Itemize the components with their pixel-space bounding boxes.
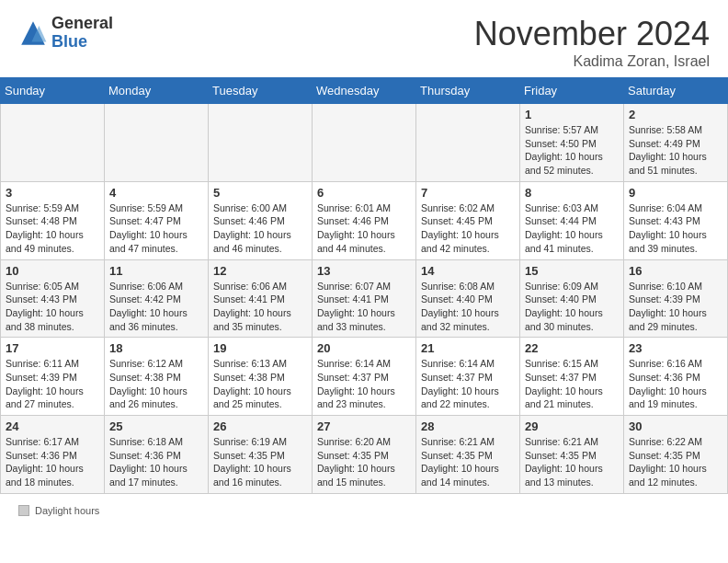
col-sunday: Sunday xyxy=(1,78,105,104)
logo-icon xyxy=(18,18,48,48)
day-number: 23 xyxy=(629,341,722,355)
calendar-cell xyxy=(1,104,105,182)
calendar-cell: 17Sunrise: 6:11 AM Sunset: 4:39 PM Dayli… xyxy=(1,338,105,416)
calendar-cell: 3Sunrise: 5:59 AM Sunset: 4:48 PM Daylig… xyxy=(1,181,105,259)
calendar-cell: 16Sunrise: 6:10 AM Sunset: 4:39 PM Dayli… xyxy=(624,259,728,338)
day-number: 11 xyxy=(109,264,203,278)
col-thursday: Thursday xyxy=(416,78,520,104)
calendar-cell: 21Sunrise: 6:14 AM Sunset: 4:37 PM Dayli… xyxy=(416,338,520,416)
calendar-cell: 7Sunrise: 6:02 AM Sunset: 4:45 PM Daylig… xyxy=(416,181,520,259)
day-number: 30 xyxy=(629,419,722,433)
day-number: 22 xyxy=(525,341,619,355)
day-number: 6 xyxy=(317,186,411,200)
calendar-cell xyxy=(105,104,209,182)
day-number: 27 xyxy=(317,419,411,433)
calendar-cell: 30Sunrise: 6:22 AM Sunset: 4:35 PM Dayli… xyxy=(624,416,728,494)
calendar-cell: 5Sunrise: 6:00 AM Sunset: 4:46 PM Daylig… xyxy=(209,181,313,259)
calendar-cell: 28Sunrise: 6:21 AM Sunset: 4:35 PM Dayli… xyxy=(416,416,520,494)
col-saturday: Saturday xyxy=(624,78,728,104)
logo-blue: Blue xyxy=(51,33,113,52)
title-block: November 2024 Kadima Zoran, Israel xyxy=(474,15,710,70)
day-number: 18 xyxy=(109,341,203,355)
day-info: Sunrise: 6:04 AM Sunset: 4:43 PM Dayligh… xyxy=(629,201,722,256)
calendar-cell: 15Sunrise: 6:09 AM Sunset: 4:40 PM Dayli… xyxy=(520,259,624,338)
day-number: 7 xyxy=(421,186,515,200)
calendar-body: 1Sunrise: 5:57 AM Sunset: 4:50 PM Daylig… xyxy=(1,104,728,494)
day-info: Sunrise: 6:08 AM Sunset: 4:40 PM Dayligh… xyxy=(421,280,515,334)
footer: Daylight hours xyxy=(0,501,728,520)
calendar-cell: 26Sunrise: 6:19 AM Sunset: 4:35 PM Dayli… xyxy=(209,416,313,494)
day-number: 13 xyxy=(317,264,411,278)
day-number: 12 xyxy=(213,264,307,278)
daylight-label: Daylight hours xyxy=(35,505,99,516)
day-info: Sunrise: 5:59 AM Sunset: 4:47 PM Dayligh… xyxy=(109,201,203,256)
day-number: 20 xyxy=(317,341,411,355)
daylight-indicator xyxy=(18,505,29,516)
calendar-cell: 19Sunrise: 6:13 AM Sunset: 4:38 PM Dayli… xyxy=(209,338,313,416)
calendar-cell: 11Sunrise: 6:06 AM Sunset: 4:42 PM Dayli… xyxy=(105,259,209,338)
day-number: 29 xyxy=(525,419,619,433)
day-number: 10 xyxy=(6,264,99,278)
col-monday: Monday xyxy=(105,78,209,104)
logo-general: General xyxy=(51,15,113,33)
col-wednesday: Wednesday xyxy=(313,78,416,104)
calendar-cell: 25Sunrise: 6:18 AM Sunset: 4:36 PM Dayli… xyxy=(105,416,209,494)
calendar-cell xyxy=(416,104,520,182)
day-number: 5 xyxy=(213,186,307,200)
header-row: Sunday Monday Tuesday Wednesday Thursday… xyxy=(1,78,728,104)
day-number: 9 xyxy=(629,186,722,200)
calendar-week-1: 1Sunrise: 5:57 AM Sunset: 4:50 PM Daylig… xyxy=(1,104,728,182)
logo-text: General Blue xyxy=(51,15,113,52)
day-info: Sunrise: 6:06 AM Sunset: 4:41 PM Dayligh… xyxy=(213,280,307,334)
calendar-cell: 24Sunrise: 6:17 AM Sunset: 4:36 PM Dayli… xyxy=(1,416,105,494)
day-number: 15 xyxy=(525,264,619,278)
day-number: 19 xyxy=(213,341,307,355)
day-info: Sunrise: 6:01 AM Sunset: 4:46 PM Dayligh… xyxy=(317,201,411,256)
day-number: 21 xyxy=(421,341,515,355)
calendar-cell: 2Sunrise: 5:58 AM Sunset: 4:49 PM Daylig… xyxy=(624,104,728,182)
calendar-cell xyxy=(313,104,416,182)
calendar-cell: 9Sunrise: 6:04 AM Sunset: 4:43 PM Daylig… xyxy=(624,181,728,259)
calendar-cell: 22Sunrise: 6:15 AM Sunset: 4:37 PM Dayli… xyxy=(520,338,624,416)
day-info: Sunrise: 6:16 AM Sunset: 4:36 PM Dayligh… xyxy=(629,357,722,411)
day-info: Sunrise: 6:06 AM Sunset: 4:42 PM Dayligh… xyxy=(109,280,203,334)
day-info: Sunrise: 6:20 AM Sunset: 4:35 PM Dayligh… xyxy=(317,435,411,489)
day-info: Sunrise: 6:14 AM Sunset: 4:37 PM Dayligh… xyxy=(421,357,515,411)
day-info: Sunrise: 6:17 AM Sunset: 4:36 PM Dayligh… xyxy=(6,435,99,489)
calendar-cell: 1Sunrise: 5:57 AM Sunset: 4:50 PM Daylig… xyxy=(520,104,624,182)
day-number: 16 xyxy=(629,264,722,278)
calendar-cell: 4Sunrise: 5:59 AM Sunset: 4:47 PM Daylig… xyxy=(105,181,209,259)
calendar-cell: 18Sunrise: 6:12 AM Sunset: 4:38 PM Dayli… xyxy=(105,338,209,416)
calendar-cell: 20Sunrise: 6:14 AM Sunset: 4:37 PM Dayli… xyxy=(313,338,416,416)
calendar-cell: 10Sunrise: 6:05 AM Sunset: 4:43 PM Dayli… xyxy=(1,259,105,338)
day-info: Sunrise: 6:14 AM Sunset: 4:37 PM Dayligh… xyxy=(317,357,411,411)
calendar-cell: 6Sunrise: 6:01 AM Sunset: 4:46 PM Daylig… xyxy=(313,181,416,259)
day-info: Sunrise: 6:09 AM Sunset: 4:40 PM Dayligh… xyxy=(525,280,619,334)
calendar-cell: 29Sunrise: 6:21 AM Sunset: 4:35 PM Dayli… xyxy=(520,416,624,494)
day-info: Sunrise: 6:03 AM Sunset: 4:44 PM Dayligh… xyxy=(525,201,619,256)
calendar-week-5: 24Sunrise: 6:17 AM Sunset: 4:36 PM Dayli… xyxy=(1,416,728,494)
day-number: 3 xyxy=(6,186,99,200)
day-info: Sunrise: 6:22 AM Sunset: 4:35 PM Dayligh… xyxy=(629,435,722,489)
day-info: Sunrise: 6:19 AM Sunset: 4:35 PM Dayligh… xyxy=(213,435,307,489)
day-info: Sunrise: 6:21 AM Sunset: 4:35 PM Dayligh… xyxy=(525,435,619,489)
day-number: 8 xyxy=(525,186,619,200)
day-info: Sunrise: 6:11 AM Sunset: 4:39 PM Dayligh… xyxy=(6,357,99,411)
day-info: Sunrise: 6:02 AM Sunset: 4:45 PM Dayligh… xyxy=(421,201,515,256)
day-info: Sunrise: 6:05 AM Sunset: 4:43 PM Dayligh… xyxy=(6,280,99,334)
calendar-cell: 8Sunrise: 6:03 AM Sunset: 4:44 PM Daylig… xyxy=(520,181,624,259)
day-number: 4 xyxy=(109,186,203,200)
calendar-cell: 23Sunrise: 6:16 AM Sunset: 4:36 PM Dayli… xyxy=(624,338,728,416)
day-info: Sunrise: 6:00 AM Sunset: 4:46 PM Dayligh… xyxy=(213,201,307,256)
page-header: General Blue November 2024 Kadima Zoran,… xyxy=(0,0,728,77)
day-number: 24 xyxy=(6,419,99,433)
month-title: November 2024 xyxy=(474,15,710,53)
day-number: 25 xyxy=(109,419,203,433)
calendar-week-3: 10Sunrise: 6:05 AM Sunset: 4:43 PM Dayli… xyxy=(1,259,728,338)
day-info: Sunrise: 6:21 AM Sunset: 4:35 PM Dayligh… xyxy=(421,435,515,489)
day-number: 1 xyxy=(525,108,619,121)
col-tuesday: Tuesday xyxy=(209,78,313,104)
calendar-cell: 12Sunrise: 6:06 AM Sunset: 4:41 PM Dayli… xyxy=(209,259,313,338)
calendar-cell: 14Sunrise: 6:08 AM Sunset: 4:40 PM Dayli… xyxy=(416,259,520,338)
day-info: Sunrise: 6:15 AM Sunset: 4:37 PM Dayligh… xyxy=(525,357,619,411)
